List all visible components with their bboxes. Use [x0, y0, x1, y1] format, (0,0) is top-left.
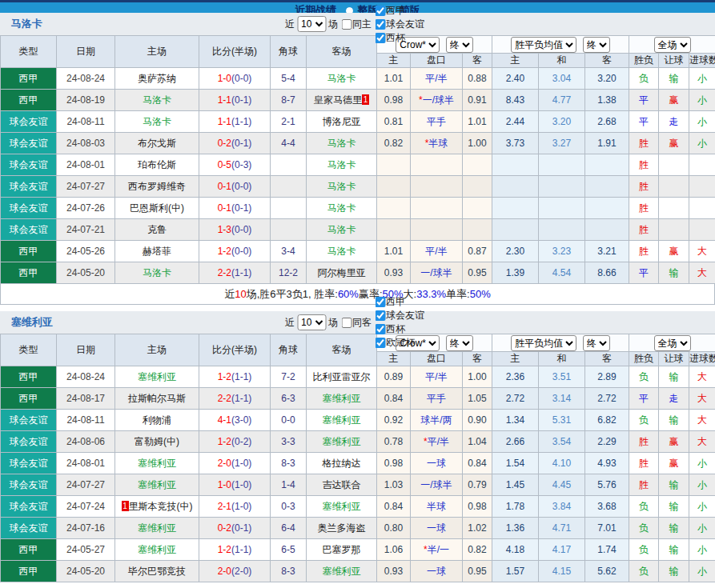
col-league-type: 球会友谊: [1, 453, 57, 474]
crow-final-select[interactable]: 终: [446, 335, 473, 351]
col-corners: 4-4: [271, 133, 307, 154]
league-filter-checkbox[interactable]: 西甲: [375, 295, 424, 309]
col-away-team: 塞维利亚: [307, 561, 377, 582]
col-score: 1-1(0-1): [199, 90, 271, 111]
col-date: 24-05-20: [57, 561, 115, 582]
col-score: 1-0(0-0): [199, 68, 271, 90]
col-avg-draw: 3.04: [539, 68, 585, 90]
col-handicap-result: 输: [659, 518, 689, 539]
col-avg-draw: 4.77: [539, 90, 585, 111]
col-away-team: 比利亚雷亚尔: [307, 366, 377, 388]
col-league-type: 球会友谊: [1, 154, 57, 176]
col-avg-home: 2.30: [492, 241, 539, 262]
col-crow-home-odds: 0.84: [377, 388, 411, 410]
col-league-type: 球会友谊: [1, 198, 57, 219]
col-result: 胜: [629, 133, 659, 154]
col-home-team: 塞维利亚: [115, 518, 199, 539]
col-away-team: 马洛卡: [307, 219, 377, 241]
col-date: 24-08-11: [57, 410, 115, 431]
col-score: 0-2(0-1): [199, 518, 271, 539]
col-handicap: 一/球半: [411, 474, 463, 496]
col-home-team: 马洛卡: [115, 90, 199, 111]
col-handicap-result: 赢: [659, 453, 689, 474]
col-away-team: 马洛卡: [307, 241, 377, 262]
col-handicap: *平/半: [411, 431, 463, 453]
avg-final-select[interactable]: 终: [583, 335, 610, 351]
col-header-type: 类型: [1, 36, 57, 68]
crow-final-select[interactable]: 终: [446, 37, 473, 53]
matches-table: 类型 日期 主场 比分(半场) 角球 客场 Crow* 终 胜平负均值 终: [0, 35, 715, 284]
recent-count-select[interactable]: 10: [297, 314, 326, 330]
league-filter-checkbox[interactable]: 球会友谊: [375, 309, 424, 322]
col-result: 胜: [629, 431, 659, 453]
avg-odds-select[interactable]: 胜平负均值: [511, 37, 576, 53]
col-result: 负: [629, 539, 659, 561]
col-handicap: *半球: [411, 133, 463, 154]
col-handicap: 平/半: [411, 241, 463, 262]
sub-header-avg-away: 客: [585, 352, 629, 366]
recent-results-page: 近期战绩 整版 简版 马洛卡 近 10 场 同主 西甲球会友谊西杯: [0, 0, 715, 582]
section-header: 马洛卡 近 10 场 同主 西甲球会友谊西杯: [0, 13, 715, 35]
col-home-team: 富勒姆(中): [115, 431, 199, 453]
col-avg-home: [492, 198, 539, 219]
col-avg-away: 3.68: [585, 496, 629, 518]
col-avg-away: 2.68: [585, 111, 629, 133]
col-handicap: [411, 176, 463, 198]
col-crow-home-odds: 0.98: [377, 453, 411, 474]
league-filter-checkbox[interactable]: 西杯: [375, 31, 424, 45]
col-league-type: 球会友谊: [1, 410, 57, 431]
col-corners: 12-2: [271, 262, 307, 284]
col-score: 2-2(1-1): [199, 388, 271, 410]
col-date: 24-05-27: [57, 539, 115, 561]
col-score: 0-1(0-1): [199, 198, 271, 219]
col-corners: 6-5: [271, 539, 307, 561]
col-avg-home: [492, 176, 539, 198]
scope-select[interactable]: 全场: [654, 37, 691, 53]
league-filter-checkbox[interactable]: 欧冠杯: [375, 336, 424, 350]
scope-select[interactable]: 全场: [654, 335, 691, 351]
col-avg-draw: 4.17: [539, 539, 585, 561]
col-away-team: 皇家马德里1: [307, 90, 377, 111]
sub-header-handicap: 盘口: [411, 352, 463, 366]
col-goals-result: 小: [689, 474, 715, 496]
col-handicap: *半/一: [411, 539, 463, 561]
col-corners: 0-3: [271, 496, 307, 518]
col-crow-away-odds: 0.91: [463, 90, 492, 111]
col-avg-draw: 4.54: [539, 262, 585, 284]
avg-final-select[interactable]: 终: [583, 37, 610, 53]
col-goals-result: 大: [689, 431, 715, 453]
col-crow-home-odds: 0.93: [377, 561, 411, 582]
league-filter-checkbox[interactable]: 西杯: [375, 322, 424, 336]
col-handicap-result: 输: [659, 366, 689, 388]
same-venue-checkbox[interactable]: 同客: [341, 316, 372, 330]
col-result: 平: [629, 262, 659, 284]
col-avg-draw: 4.45: [539, 474, 585, 496]
match-row: 球会友谊24-08-01塞维利亚2-0(1-0)8-3格拉纳达0.98一球0.8…: [1, 453, 715, 474]
col-avg-home: 1.36: [492, 518, 539, 539]
col-score: 1-2(1-1): [199, 539, 271, 561]
league-filter-checkbox[interactable]: 球会友谊: [375, 18, 424, 31]
col-avg-draw: [539, 219, 585, 241]
recent-count-select[interactable]: 10: [297, 16, 326, 32]
col-avg-away: 6.82: [585, 410, 629, 431]
col-goals-result: 大: [689, 366, 715, 388]
col-corners: 6-3: [271, 388, 307, 410]
red-card-badge: 1: [122, 501, 129, 511]
red-card-badge: 1: [362, 94, 369, 105]
col-crow-home-odds: [377, 176, 411, 198]
col-league-type: 西甲: [1, 388, 57, 410]
col-result: 胜: [629, 198, 659, 219]
col-header-away: 客场: [307, 334, 377, 366]
match-row: 西甲24-08-24奥萨苏纳1-0(0-0)5-4马洛卡1.01平/半0.882…: [1, 68, 715, 90]
team-section-mallorca: 马洛卡 近 10 场 同主 西甲球会友谊西杯 类型 日期 主场: [0, 13, 715, 305]
match-row: 西甲24-05-20马洛卡2-2(1-1)12-2阿尔梅里亚0.93一/球半0.…: [1, 262, 715, 284]
avg-odds-select[interactable]: 胜平负均值: [511, 335, 576, 351]
same-venue-checkbox[interactable]: 同主: [341, 18, 372, 31]
league-filter-checkbox[interactable]: 西甲: [375, 4, 424, 18]
col-corners: [271, 219, 307, 241]
sub-header-crow-home: 主: [377, 352, 411, 366]
col-goals-result: 小: [689, 539, 715, 561]
radio-full-version[interactable]: [346, 7, 353, 13]
league-filter-group: 西甲球会友谊西杯: [372, 4, 424, 45]
col-home-team: 利物浦: [115, 410, 199, 431]
